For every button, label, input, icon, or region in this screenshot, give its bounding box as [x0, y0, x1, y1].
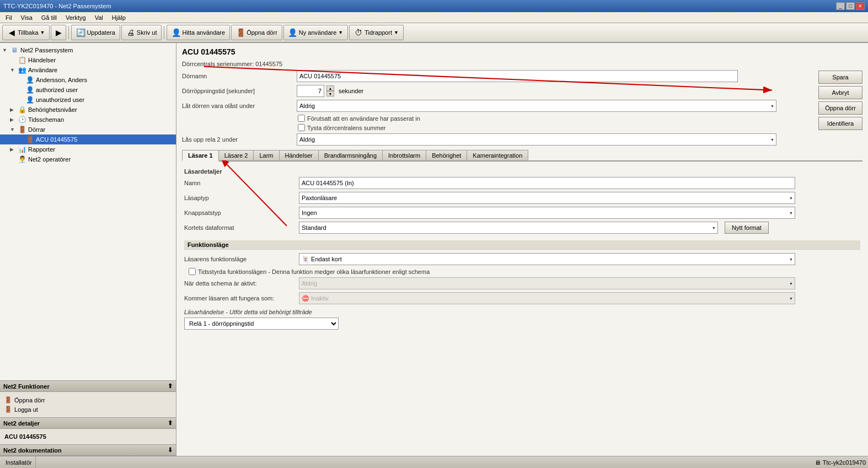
time-report-button[interactable]: ⏱ Tidrapport ▼: [349, 25, 404, 40]
tree-item-tids[interactable]: ▶ 🕒 Tidsscheman: [0, 115, 176, 125]
menu-fil[interactable]: Fil: [2, 13, 15, 22]
new-format-button[interactable]: Nytt format: [725, 222, 769, 234]
minimize-button[interactable]: _: [836, 2, 845, 10]
reader-action-select[interactable]: Relä 1 - dörröppningstid: [184, 318, 339, 330]
update-button[interactable]: 🔄 Uppdatera: [71, 25, 120, 40]
net2-details-header[interactable]: Net2 detaljer ⬆: [0, 418, 176, 429]
action-buttons: Spara Avbryt Öppna dörr Identifiera: [818, 71, 862, 130]
tree-item-authorized-user[interactable]: 👤 authorized user: [0, 85, 176, 95]
reader-mode-select[interactable]: 🃏 Endast kort: [299, 253, 795, 265]
tree-item-acu[interactable]: 🚪 ACU 01445575: [0, 135, 176, 144]
tab-content: Läsardetaljer Namn Läsaptyp Paxtonläsare…: [182, 162, 862, 334]
timed-checkbox[interactable]: [189, 268, 196, 275]
reader-action-section: Läsarhändelse - Utför detta vid behörigt…: [184, 309, 860, 330]
condition-row: Förutsatt att en användare har passerat …: [182, 115, 862, 122]
tab-lasare2[interactable]: Läsare 2: [218, 150, 254, 160]
separator-1: [68, 26, 69, 39]
spin-buttons: ▲ ▼: [326, 85, 334, 96]
schema-active-wrapper: Aldrig: [299, 277, 795, 289]
reader-name-input[interactable]: [299, 177, 795, 189]
silence-label: Tysta dörrcentralens summer: [307, 125, 385, 131]
forward-button[interactable]: ▶: [51, 25, 66, 40]
spin-container: ▲ ▼ sekunder: [297, 85, 363, 97]
content-area: ACU 01445575 Spara Avbryt Öppna dörr Ide…: [176, 43, 868, 456]
unauthorized-user-icon: 👤: [25, 95, 34, 104]
silence-checkbox[interactable]: [298, 124, 305, 131]
maximize-button[interactable]: □: [846, 2, 855, 10]
new-user-button[interactable]: 👤 Ny användare ▼: [283, 25, 348, 40]
open-door-toolbar-button[interactable]: 🚪 Öppna dörr: [231, 25, 282, 40]
open-door-panel-item[interactable]: 🚪 Öppna dörr: [4, 395, 172, 405]
door-name-input[interactable]: [297, 70, 738, 82]
tree-item-operators[interactable]: 👨‍💼 Net2 operatörer: [0, 154, 176, 164]
menu-val[interactable]: Val: [92, 13, 106, 22]
open-time-input[interactable]: [297, 85, 324, 97]
reader-type-select[interactable]: Paxtonläsare: [299, 192, 795, 204]
main-layout: ▼ 🖥 Net2 Passersystem 📋 Händelser ▼ 👥 An…: [0, 43, 868, 456]
timed-row: Tidsstyrda funktionslägen - Denna funkti…: [184, 268, 860, 275]
card-format-wrapper: Standard: [299, 222, 718, 234]
tab-lasare1[interactable]: Läsare 1: [182, 150, 219, 162]
unlocked-select[interactable]: Aldrig: [297, 100, 776, 112]
print-button[interactable]: 🖨 Skriv ut: [121, 25, 162, 40]
expand-docs-icon: ⬇: [168, 447, 173, 454]
reader-function-select[interactable]: ⛔ Inaktiv: [299, 292, 795, 304]
reader-mode-wrapper: 🃏 Endast kort: [299, 253, 795, 265]
tab-handelser[interactable]: Händelser: [279, 150, 319, 160]
tab-brand[interactable]: Brandlarmsningång: [318, 150, 383, 160]
collapse-icon: ⬆: [168, 383, 173, 390]
condition-checkbox[interactable]: [298, 115, 305, 122]
tree-item-access[interactable]: ▶ 🔒 Behörighetsnivåer: [0, 105, 176, 115]
logout-panel-item[interactable]: 🚪 Logga ut: [4, 405, 172, 414]
find-user-button[interactable]: 👤 Hitta användare: [167, 25, 230, 40]
tab-behorighet[interactable]: Behörighet: [426, 150, 467, 160]
menu-hjalp[interactable]: Hjälp: [109, 13, 129, 22]
door-name-row: Dörnamn: [182, 70, 862, 82]
tab-inbrotts[interactable]: Inbrottslarm: [382, 150, 426, 160]
net2-details-panel: Net2 detaljer ⬆ ACU 01445575: [0, 417, 176, 444]
net2-functions-header[interactable]: Net2 Funktioner ⬆: [0, 381, 176, 392]
relay2-select[interactable]: Aldrig: [297, 133, 776, 146]
schema-active-select[interactable]: Aldrig: [299, 277, 795, 289]
acu-icon: 🚪: [25, 135, 34, 144]
card-format-select[interactable]: Standard: [299, 222, 718, 234]
unlocked-select-wrapper: Aldrig: [297, 100, 776, 112]
status-right: 🖥 Ttc-yk2c019470: [815, 459, 866, 466]
cancel-button[interactable]: Avbryt: [818, 86, 862, 99]
tree-item-unauthorized-user[interactable]: 👤 unauthorized user: [0, 95, 176, 105]
menu-visa[interactable]: Visa: [18, 13, 36, 22]
spin-up-button[interactable]: ▲: [326, 85, 334, 91]
clock-icon: ⏱: [354, 28, 363, 37]
menu-verktyg[interactable]: Verktyg: [62, 13, 89, 22]
button-type-row: Knappsatstyp Ingen: [184, 207, 860, 219]
menu-gaa-till[interactable]: Gå till: [38, 13, 60, 22]
button-type-select[interactable]: Ingen: [299, 207, 795, 219]
title-bar: TTC-YK2C019470 - Net2 Passersystem _ □ ✕: [0, 0, 868, 12]
tree-item-user1[interactable]: 👤 Andersson, Anders: [0, 75, 176, 85]
tree-item-net2[interactable]: ▼ 🖥 Net2 Passersystem: [0, 45, 176, 55]
open-door-button[interactable]: Öppna dörr: [818, 101, 862, 115]
identify-button[interactable]: Identifiera: [818, 117, 862, 130]
spin-down-button[interactable]: ▼: [326, 91, 334, 96]
tree-item-reports[interactable]: ▶ 📊 Rapporter: [0, 144, 176, 154]
relay2-row: Lås upp rela 2 under Aldrig: [182, 133, 862, 146]
tree-item-doors[interactable]: ▼ 🚪 Dörrar: [0, 125, 176, 135]
status-bar: Installatör 🖥 Ttc-yk2c019470: [0, 456, 868, 468]
timed-label: Tidsstyrda funktionslägen - Denna funkti…: [198, 268, 430, 275]
toolbar: ◀ Tillbaka ▼ ▶ 🔄 Uppdatera 🖨 Skriv ut 👤 …: [0, 23, 868, 43]
tree-item-users[interactable]: ▼ 👥 Användare: [0, 65, 176, 75]
reader-action-label: Läsarhändelse - Utför detta vid behörigt…: [184, 309, 860, 315]
expand-icon: ▼: [2, 47, 10, 53]
users-icon: 👥: [18, 66, 26, 74]
save-button[interactable]: Spara: [818, 71, 862, 84]
tab-larm[interactable]: Larm: [253, 150, 279, 160]
net2-docs-header[interactable]: Net2 dokumentation ⬇: [0, 445, 176, 456]
tree-item-events[interactable]: 📋 Händelser: [0, 55, 176, 65]
user-icon: 👤: [25, 76, 34, 84]
back-icon: ◀: [7, 28, 16, 37]
back-button[interactable]: ◀ Tillbaka ▼: [2, 25, 50, 40]
content-title: ACU 01445575: [182, 47, 862, 56]
close-button[interactable]: ✕: [856, 2, 865, 10]
tab-kamera[interactable]: Kameraintegration: [467, 150, 528, 160]
tree-container: ▼ 🖥 Net2 Passersystem 📋 Händelser ▼ 👥 An…: [0, 43, 176, 380]
